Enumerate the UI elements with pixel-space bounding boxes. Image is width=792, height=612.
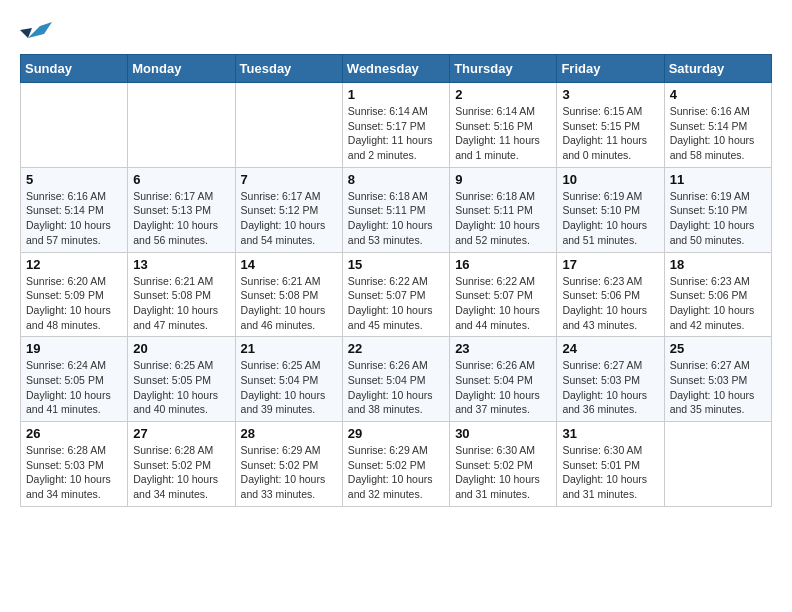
day-info: Sunrise: 6:14 AMSunset: 5:17 PMDaylight:… (348, 104, 444, 163)
calendar-table: SundayMondayTuesdayWednesdayThursdayFrid… (20, 54, 772, 507)
calendar-cell (664, 422, 771, 507)
day-number: 1 (348, 87, 444, 102)
day-number: 14 (241, 257, 337, 272)
calendar-week-row: 19Sunrise: 6:24 AMSunset: 5:05 PMDayligh… (21, 337, 772, 422)
day-number: 20 (133, 341, 229, 356)
calendar-cell: 16Sunrise: 6:22 AMSunset: 5:07 PMDayligh… (450, 252, 557, 337)
day-info: Sunrise: 6:24 AMSunset: 5:05 PMDaylight:… (26, 358, 122, 417)
calendar-cell: 29Sunrise: 6:29 AMSunset: 5:02 PMDayligh… (342, 422, 449, 507)
calendar-cell: 26Sunrise: 6:28 AMSunset: 5:03 PMDayligh… (21, 422, 128, 507)
calendar-week-row: 1Sunrise: 6:14 AMSunset: 5:17 PMDaylight… (21, 83, 772, 168)
calendar-cell: 18Sunrise: 6:23 AMSunset: 5:06 PMDayligh… (664, 252, 771, 337)
day-info: Sunrise: 6:19 AMSunset: 5:10 PMDaylight:… (670, 189, 766, 248)
calendar-week-row: 12Sunrise: 6:20 AMSunset: 5:09 PMDayligh… (21, 252, 772, 337)
calendar-header-row: SundayMondayTuesdayWednesdayThursdayFrid… (21, 55, 772, 83)
day-info: Sunrise: 6:14 AMSunset: 5:16 PMDaylight:… (455, 104, 551, 163)
day-number: 29 (348, 426, 444, 441)
day-number: 28 (241, 426, 337, 441)
day-info: Sunrise: 6:23 AMSunset: 5:06 PMDaylight:… (670, 274, 766, 333)
day-number: 31 (562, 426, 658, 441)
calendar-cell: 12Sunrise: 6:20 AMSunset: 5:09 PMDayligh… (21, 252, 128, 337)
day-info: Sunrise: 6:19 AMSunset: 5:10 PMDaylight:… (562, 189, 658, 248)
calendar-cell: 24Sunrise: 6:27 AMSunset: 5:03 PMDayligh… (557, 337, 664, 422)
day-header-monday: Monday (128, 55, 235, 83)
calendar-week-row: 26Sunrise: 6:28 AMSunset: 5:03 PMDayligh… (21, 422, 772, 507)
day-info: Sunrise: 6:18 AMSunset: 5:11 PMDaylight:… (455, 189, 551, 248)
day-info: Sunrise: 6:30 AMSunset: 5:01 PMDaylight:… (562, 443, 658, 502)
calendar-cell: 6Sunrise: 6:17 AMSunset: 5:13 PMDaylight… (128, 167, 235, 252)
logo (20, 20, 56, 46)
day-header-thursday: Thursday (450, 55, 557, 83)
day-number: 11 (670, 172, 766, 187)
day-info: Sunrise: 6:16 AMSunset: 5:14 PMDaylight:… (670, 104, 766, 163)
day-info: Sunrise: 6:18 AMSunset: 5:11 PMDaylight:… (348, 189, 444, 248)
calendar-cell: 3Sunrise: 6:15 AMSunset: 5:15 PMDaylight… (557, 83, 664, 168)
calendar-cell: 7Sunrise: 6:17 AMSunset: 5:12 PMDaylight… (235, 167, 342, 252)
day-info: Sunrise: 6:23 AMSunset: 5:06 PMDaylight:… (562, 274, 658, 333)
day-number: 9 (455, 172, 551, 187)
calendar-cell: 27Sunrise: 6:28 AMSunset: 5:02 PMDayligh… (128, 422, 235, 507)
calendar-cell: 20Sunrise: 6:25 AMSunset: 5:05 PMDayligh… (128, 337, 235, 422)
calendar-cell: 22Sunrise: 6:26 AMSunset: 5:04 PMDayligh… (342, 337, 449, 422)
calendar-cell: 21Sunrise: 6:25 AMSunset: 5:04 PMDayligh… (235, 337, 342, 422)
calendar-week-row: 5Sunrise: 6:16 AMSunset: 5:14 PMDaylight… (21, 167, 772, 252)
day-number: 3 (562, 87, 658, 102)
day-number: 26 (26, 426, 122, 441)
day-number: 30 (455, 426, 551, 441)
day-info: Sunrise: 6:17 AMSunset: 5:13 PMDaylight:… (133, 189, 229, 248)
day-header-tuesday: Tuesday (235, 55, 342, 83)
calendar-cell: 17Sunrise: 6:23 AMSunset: 5:06 PMDayligh… (557, 252, 664, 337)
day-info: Sunrise: 6:25 AMSunset: 5:04 PMDaylight:… (241, 358, 337, 417)
calendar-cell: 25Sunrise: 6:27 AMSunset: 5:03 PMDayligh… (664, 337, 771, 422)
day-info: Sunrise: 6:17 AMSunset: 5:12 PMDaylight:… (241, 189, 337, 248)
day-number: 12 (26, 257, 122, 272)
day-info: Sunrise: 6:29 AMSunset: 5:02 PMDaylight:… (241, 443, 337, 502)
day-info: Sunrise: 6:26 AMSunset: 5:04 PMDaylight:… (348, 358, 444, 417)
calendar-cell: 15Sunrise: 6:22 AMSunset: 5:07 PMDayligh… (342, 252, 449, 337)
calendar-cell (235, 83, 342, 168)
day-info: Sunrise: 6:16 AMSunset: 5:14 PMDaylight:… (26, 189, 122, 248)
calendar-cell: 8Sunrise: 6:18 AMSunset: 5:11 PMDaylight… (342, 167, 449, 252)
day-header-saturday: Saturday (664, 55, 771, 83)
calendar-cell: 30Sunrise: 6:30 AMSunset: 5:02 PMDayligh… (450, 422, 557, 507)
day-number: 19 (26, 341, 122, 356)
day-number: 22 (348, 341, 444, 356)
day-info: Sunrise: 6:22 AMSunset: 5:07 PMDaylight:… (348, 274, 444, 333)
calendar-cell: 5Sunrise: 6:16 AMSunset: 5:14 PMDaylight… (21, 167, 128, 252)
calendar-cell: 10Sunrise: 6:19 AMSunset: 5:10 PMDayligh… (557, 167, 664, 252)
calendar-cell (21, 83, 128, 168)
day-info: Sunrise: 6:29 AMSunset: 5:02 PMDaylight:… (348, 443, 444, 502)
day-number: 16 (455, 257, 551, 272)
day-number: 27 (133, 426, 229, 441)
day-number: 24 (562, 341, 658, 356)
day-info: Sunrise: 6:20 AMSunset: 5:09 PMDaylight:… (26, 274, 122, 333)
day-info: Sunrise: 6:22 AMSunset: 5:07 PMDaylight:… (455, 274, 551, 333)
calendar-cell: 11Sunrise: 6:19 AMSunset: 5:10 PMDayligh… (664, 167, 771, 252)
day-info: Sunrise: 6:28 AMSunset: 5:02 PMDaylight:… (133, 443, 229, 502)
day-number: 10 (562, 172, 658, 187)
day-info: Sunrise: 6:25 AMSunset: 5:05 PMDaylight:… (133, 358, 229, 417)
day-number: 17 (562, 257, 658, 272)
logo-icon (20, 20, 52, 46)
calendar-cell: 31Sunrise: 6:30 AMSunset: 5:01 PMDayligh… (557, 422, 664, 507)
svg-marker-0 (28, 22, 52, 38)
day-info: Sunrise: 6:27 AMSunset: 5:03 PMDaylight:… (562, 358, 658, 417)
day-number: 7 (241, 172, 337, 187)
day-number: 2 (455, 87, 551, 102)
day-info: Sunrise: 6:26 AMSunset: 5:04 PMDaylight:… (455, 358, 551, 417)
day-info: Sunrise: 6:27 AMSunset: 5:03 PMDaylight:… (670, 358, 766, 417)
calendar-cell: 13Sunrise: 6:21 AMSunset: 5:08 PMDayligh… (128, 252, 235, 337)
calendar-cell: 4Sunrise: 6:16 AMSunset: 5:14 PMDaylight… (664, 83, 771, 168)
day-number: 18 (670, 257, 766, 272)
day-header-friday: Friday (557, 55, 664, 83)
day-number: 5 (26, 172, 122, 187)
day-header-wednesday: Wednesday (342, 55, 449, 83)
day-number: 25 (670, 341, 766, 356)
page-header (20, 20, 772, 46)
day-header-sunday: Sunday (21, 55, 128, 83)
day-number: 23 (455, 341, 551, 356)
calendar-cell (128, 83, 235, 168)
day-info: Sunrise: 6:30 AMSunset: 5:02 PMDaylight:… (455, 443, 551, 502)
day-info: Sunrise: 6:21 AMSunset: 5:08 PMDaylight:… (241, 274, 337, 333)
calendar-cell: 14Sunrise: 6:21 AMSunset: 5:08 PMDayligh… (235, 252, 342, 337)
